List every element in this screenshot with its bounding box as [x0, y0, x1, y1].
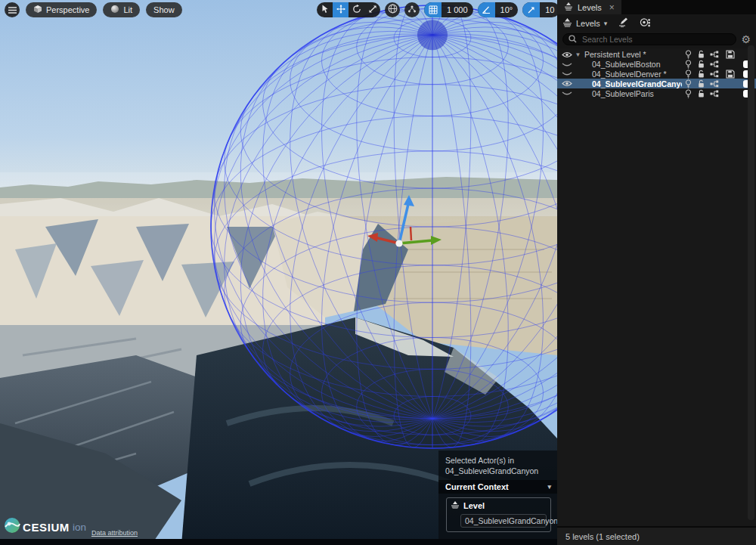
close-icon[interactable]: ×	[609, 3, 615, 12]
levels-dropdown-label: Levels	[576, 19, 600, 28]
chevron-down-icon: ▾	[604, 20, 608, 27]
lightbulb-icon[interactable]	[682, 70, 695, 79]
level-row[interactable]: 04_SublevelGrandCanyon	[557, 79, 756, 88]
lock-icon[interactable]	[695, 89, 708, 98]
hierarchy-icon[interactable]	[708, 90, 720, 98]
expand-arrow-icon[interactable]: ▼	[573, 51, 583, 58]
cesium-wordmark: CESIUM	[23, 521, 70, 534]
eye-closed-icon[interactable]	[560, 61, 573, 68]
search-field[interactable]	[562, 33, 736, 45]
levels-toolbar: Levels ▾	[557, 14, 756, 32]
viewport-menu-button[interactable]	[5, 2, 20, 17]
scale-snap-value[interactable]: 10	[540, 2, 557, 17]
level-name-label: 04_SublevelGrandCanyon	[583, 79, 682, 88]
search-input[interactable]	[581, 34, 730, 45]
current-level-dropdown[interactable]: 04_SublevelGrandCanyon ▾	[460, 514, 547, 528]
lightbulb-icon[interactable]	[682, 50, 695, 59]
levels-icon	[562, 18, 572, 29]
scrollbar-track[interactable]	[748, 45, 754, 520]
perspective-label: Perspective	[46, 5, 89, 14]
world-details-icon	[640, 17, 651, 29]
lightbulb-icon[interactable]	[682, 79, 695, 88]
lock-icon[interactable]	[695, 60, 708, 69]
lightbulb-icon[interactable]	[682, 89, 695, 98]
levels-dropdown-button[interactable]: Levels ▾	[562, 18, 607, 29]
eye-closed-icon[interactable]	[560, 90, 573, 97]
hierarchy-icon[interactable]	[708, 60, 720, 68]
selected-actors-line2: 04_SublevelGrandCanyon	[445, 466, 557, 475]
show-button[interactable]: Show	[146, 2, 182, 17]
viewport-bottom-edge	[0, 539, 557, 545]
levels-search-row: ⚙	[557, 32, 756, 48]
levels-icon	[564, 2, 573, 12]
chevron-down-icon[interactable]: ▾	[547, 483, 551, 491]
scale-snap-control[interactable]: 10	[522, 2, 557, 17]
eye-closed-icon[interactable]	[560, 70, 573, 77]
save-icon[interactable]	[720, 70, 740, 79]
move-tool-button[interactable]	[333, 2, 349, 17]
grid-snap-control[interactable]: 1 000	[424, 2, 473, 17]
unreal-editor-window: Perspective Lit Show	[0, 0, 756, 545]
lit-label: Lit	[123, 5, 132, 14]
pencil-icon	[618, 17, 629, 29]
gear-icon[interactable]: ⚙	[741, 34, 751, 45]
angle-snap-icon	[478, 2, 495, 17]
levels-panel: Levels × Levels ▾	[557, 0, 756, 545]
panel-tab-bar: Levels ×	[557, 0, 756, 14]
hierarchy-icon[interactable]	[708, 51, 720, 58]
cesium-logo-icon	[4, 517, 20, 537]
level-row[interactable]: 04_SublevelDenver *	[557, 70, 756, 79]
level-row[interactable]: 04_SublevelBoston	[557, 60, 756, 70]
lock-icon[interactable]	[695, 79, 708, 88]
world-coordinate-button[interactable]	[385, 2, 400, 17]
rotate-tool-button[interactable]	[349, 2, 364, 17]
lock-icon[interactable]	[695, 50, 708, 59]
levels-icon	[451, 501, 460, 510]
cursor-icon	[321, 3, 329, 17]
levels-count-label: 5 levels (1 selected)	[565, 532, 640, 541]
selected-actors-line1: Selected Actor(s) in	[445, 456, 557, 465]
level-name-label: 04_SublevelBoston	[583, 60, 682, 69]
tab-levels-label: Levels	[578, 3, 602, 12]
cube-icon	[33, 5, 42, 15]
levels-status-bar: 5 levels (1 selected)	[557, 526, 756, 545]
show-label: Show	[153, 5, 175, 14]
rotation-snap-value[interactable]: 10°	[495, 2, 519, 17]
perspective-button[interactable]: Perspective	[26, 2, 97, 17]
scale-snap-icon	[522, 2, 540, 17]
search-icon	[569, 33, 577, 46]
surface-snap-icon	[407, 3, 417, 17]
hamburger-icon	[8, 3, 17, 17]
world-details-button[interactable]	[640, 17, 651, 30]
lit-button[interactable]: Lit	[103, 2, 140, 17]
tab-levels[interactable]: Levels ×	[557, 0, 621, 14]
current-context-header[interactable]: Current Context ▾	[438, 480, 557, 494]
level-row[interactable]: ▼Persistent Level *	[557, 50, 756, 60]
edit-levels-button[interactable]	[618, 17, 629, 30]
eye-open-icon[interactable]	[560, 80, 573, 87]
3d-viewport[interactable]: Perspective Lit Show	[0, 0, 557, 545]
rotation-snap-control[interactable]: 10°	[478, 2, 519, 17]
levels-list: ▼Persistent Level *04_SublevelBoston04_S…	[557, 48, 756, 98]
grid-snap-value[interactable]: 1 000	[442, 2, 473, 17]
hierarchy-icon[interactable]	[708, 70, 720, 78]
surface-snapping-button[interactable]	[404, 2, 420, 17]
cesium-branding: CESIUM ion Data attribution	[4, 517, 138, 537]
selected-actor-overlay: Selected Actor(s) in 04_SublevelGrandCan…	[438, 451, 557, 539]
eye-open-icon[interactable]	[560, 51, 573, 58]
level-name-label: 04_SublevelParis	[583, 89, 682, 98]
lightbulb-icon[interactable]	[682, 60, 695, 69]
level-name-label: 04_SublevelDenver *	[583, 70, 682, 79]
scale-tool-button[interactable]	[364, 2, 380, 17]
level-name-label: Persistent Level *	[583, 50, 682, 59]
current-context-level-box: Level 04_SublevelGrandCanyon ▾	[446, 497, 551, 532]
save-icon[interactable]	[720, 50, 740, 59]
transform-tool-group	[317, 2, 380, 17]
level-label: Level	[463, 501, 485, 510]
lock-icon[interactable]	[695, 70, 708, 79]
scale-icon	[368, 3, 377, 17]
hierarchy-icon[interactable]	[708, 80, 720, 88]
select-tool-button[interactable]	[317, 2, 333, 17]
data-attribution-link[interactable]: Data attribution	[91, 529, 138, 537]
level-row[interactable]: 04_SublevelParis	[557, 88, 756, 98]
